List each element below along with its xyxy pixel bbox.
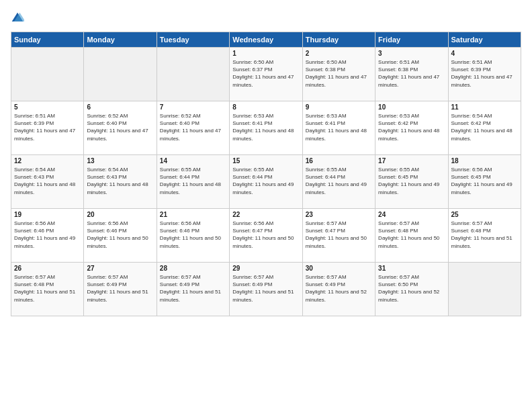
- calendar-cell: [84, 48, 157, 101]
- header-day: Saturday: [448, 32, 521, 48]
- day-number: 14: [160, 157, 226, 165]
- day-number: 22: [232, 211, 299, 218]
- calendar-week-row: 12Sunrise: 6:54 AMSunset: 6:43 PMDayligh…: [11, 155, 521, 209]
- calendar-cell: 26Sunrise: 6:57 AMSunset: 6:48 PMDayligh…: [11, 263, 84, 316]
- day-number: 30: [306, 265, 372, 272]
- cell-info: Sunrise: 6:53 AMSunset: 6:41 PMDaylight:…: [232, 112, 299, 142]
- calendar-week-row: 19Sunrise: 6:56 AMSunset: 6:46 PMDayligh…: [11, 209, 521, 263]
- calendar-cell: 14Sunrise: 6:55 AMSunset: 6:44 PMDayligh…: [157, 155, 229, 209]
- calendar-cell: 24Sunrise: 6:57 AMSunset: 6:48 PMDayligh…: [375, 209, 448, 263]
- day-number: 26: [14, 265, 81, 272]
- day-number: 10: [378, 103, 445, 111]
- calendar-cell: 23Sunrise: 6:57 AMSunset: 6:47 PMDayligh…: [302, 209, 375, 263]
- cell-info: Sunrise: 6:56 AMSunset: 6:46 PMDaylight:…: [14, 220, 81, 250]
- calendar-cell: 1Sunrise: 6:50 AMSunset: 6:37 PMDaylight…: [230, 48, 302, 101]
- day-number: 2: [306, 50, 372, 57]
- cell-info: Sunrise: 6:54 AMSunset: 6:42 PMDaylight:…: [451, 112, 518, 142]
- calendar-cell: 4Sunrise: 6:51 AMSunset: 6:39 PMDaylight…: [448, 48, 521, 101]
- cell-info: Sunrise: 6:53 AMSunset: 6:42 PMDaylight:…: [378, 112, 445, 142]
- cell-info: Sunrise: 6:56 AMSunset: 6:46 PMDaylight:…: [160, 220, 226, 250]
- calendar-cell: [157, 48, 229, 101]
- header: [11, 11, 521, 25]
- day-number: 7: [160, 103, 226, 111]
- calendar-cell: 11Sunrise: 6:54 AMSunset: 6:42 PMDayligh…: [448, 101, 521, 155]
- cell-info: Sunrise: 6:55 AMSunset: 6:44 PMDaylight:…: [306, 166, 372, 196]
- calendar-cell: 6Sunrise: 6:52 AMSunset: 6:40 PMDaylight…: [84, 101, 157, 155]
- cell-info: Sunrise: 6:57 AMSunset: 6:50 PMDaylight:…: [378, 273, 445, 304]
- calendar-body: 1Sunrise: 6:50 AMSunset: 6:37 PMDaylight…: [11, 48, 521, 316]
- day-number: 1: [232, 50, 299, 57]
- calendar-cell: [11, 48, 84, 101]
- cell-info: Sunrise: 6:57 AMSunset: 6:49 PMDaylight:…: [232, 273, 299, 304]
- calendar-cell: 31Sunrise: 6:57 AMSunset: 6:50 PMDayligh…: [375, 263, 448, 316]
- calendar-table: SundayMondayTuesdayWednesdayThursdayFrid…: [11, 32, 521, 316]
- day-number: 21: [160, 211, 226, 218]
- cell-info: Sunrise: 6:57 AMSunset: 6:48 PMDaylight:…: [14, 273, 81, 304]
- calendar-cell: 29Sunrise: 6:57 AMSunset: 6:49 PMDayligh…: [230, 263, 302, 316]
- header-row: SundayMondayTuesdayWednesdayThursdayFrid…: [11, 32, 521, 48]
- day-number: 3: [378, 50, 445, 57]
- header-day: Sunday: [11, 32, 84, 48]
- cell-info: Sunrise: 6:57 AMSunset: 6:49 PMDaylight:…: [87, 273, 153, 304]
- calendar-cell: 5Sunrise: 6:51 AMSunset: 6:39 PMDaylight…: [11, 101, 84, 155]
- day-number: 19: [14, 211, 81, 218]
- cell-info: Sunrise: 6:54 AMSunset: 6:43 PMDaylight:…: [87, 166, 153, 196]
- cell-info: Sunrise: 6:51 AMSunset: 6:38 PMDaylight:…: [378, 58, 445, 89]
- calendar-cell: 12Sunrise: 6:54 AMSunset: 6:43 PMDayligh…: [11, 155, 84, 209]
- day-number: 9: [306, 103, 372, 111]
- day-number: 5: [14, 103, 81, 111]
- calendar-cell: 8Sunrise: 6:53 AMSunset: 6:41 PMDaylight…: [230, 101, 302, 155]
- calendar-cell: 7Sunrise: 6:52 AMSunset: 6:40 PMDaylight…: [157, 101, 229, 155]
- cell-info: Sunrise: 6:55 AMSunset: 6:44 PMDaylight:…: [160, 166, 226, 196]
- header-day: Thursday: [302, 32, 375, 48]
- cell-info: Sunrise: 6:50 AMSunset: 6:37 PMDaylight:…: [232, 58, 299, 89]
- day-number: 13: [87, 157, 153, 165]
- day-number: 6: [87, 103, 153, 111]
- logo-icon: [11, 11, 24, 25]
- header-day: Wednesday: [230, 32, 302, 48]
- calendar-cell: 21Sunrise: 6:56 AMSunset: 6:46 PMDayligh…: [157, 209, 229, 263]
- day-number: 4: [451, 50, 518, 57]
- calendar-cell: [448, 263, 521, 316]
- calendar-cell: 18Sunrise: 6:56 AMSunset: 6:45 PMDayligh…: [448, 155, 521, 209]
- calendar-cell: 25Sunrise: 6:57 AMSunset: 6:48 PMDayligh…: [448, 209, 521, 263]
- calendar-cell: 15Sunrise: 6:55 AMSunset: 6:44 PMDayligh…: [230, 155, 302, 209]
- header-day: Monday: [84, 32, 157, 48]
- day-number: 15: [232, 157, 299, 165]
- day-number: 20: [87, 211, 153, 218]
- calendar-cell: 2Sunrise: 6:50 AMSunset: 6:38 PMDaylight…: [302, 48, 375, 101]
- cell-info: Sunrise: 6:55 AMSunset: 6:44 PMDaylight:…: [232, 166, 299, 196]
- day-number: 17: [378, 157, 445, 165]
- day-number: 8: [232, 103, 299, 111]
- header-day: Tuesday: [157, 32, 229, 48]
- day-number: 25: [451, 211, 518, 218]
- cell-info: Sunrise: 6:53 AMSunset: 6:41 PMDaylight:…: [306, 112, 372, 142]
- calendar-page: SundayMondayTuesdayWednesdayThursdayFrid…: [0, 0, 532, 411]
- calendar-cell: 30Sunrise: 6:57 AMSunset: 6:49 PMDayligh…: [302, 263, 375, 316]
- logo: [11, 11, 27, 25]
- cell-info: Sunrise: 6:52 AMSunset: 6:40 PMDaylight:…: [87, 112, 153, 142]
- calendar-cell: 19Sunrise: 6:56 AMSunset: 6:46 PMDayligh…: [11, 209, 84, 263]
- day-number: 23: [306, 211, 372, 218]
- calendar-week-row: 26Sunrise: 6:57 AMSunset: 6:48 PMDayligh…: [11, 263, 521, 316]
- calendar-cell: 22Sunrise: 6:56 AMSunset: 6:47 PMDayligh…: [230, 209, 302, 263]
- cell-info: Sunrise: 6:57 AMSunset: 6:47 PMDaylight:…: [306, 220, 372, 250]
- calendar-cell: 9Sunrise: 6:53 AMSunset: 6:41 PMDaylight…: [302, 101, 375, 155]
- calendar-cell: 10Sunrise: 6:53 AMSunset: 6:42 PMDayligh…: [375, 101, 448, 155]
- calendar-cell: 3Sunrise: 6:51 AMSunset: 6:38 PMDaylight…: [375, 48, 448, 101]
- cell-info: Sunrise: 6:57 AMSunset: 6:49 PMDaylight:…: [306, 273, 372, 304]
- calendar-week-row: 5Sunrise: 6:51 AMSunset: 6:39 PMDaylight…: [11, 101, 521, 155]
- cell-info: Sunrise: 6:56 AMSunset: 6:45 PMDaylight:…: [451, 166, 518, 196]
- day-number: 28: [160, 265, 226, 272]
- calendar-cell: 20Sunrise: 6:56 AMSunset: 6:46 PMDayligh…: [84, 209, 157, 263]
- day-number: 16: [306, 157, 372, 165]
- cell-info: Sunrise: 6:56 AMSunset: 6:47 PMDaylight:…: [232, 220, 299, 250]
- calendar-cell: 16Sunrise: 6:55 AMSunset: 6:44 PMDayligh…: [302, 155, 375, 209]
- cell-info: Sunrise: 6:57 AMSunset: 6:48 PMDaylight:…: [378, 220, 445, 250]
- cell-info: Sunrise: 6:57 AMSunset: 6:49 PMDaylight:…: [160, 273, 226, 304]
- day-number: 27: [87, 265, 153, 272]
- header-day: Friday: [375, 32, 448, 48]
- day-number: 12: [14, 157, 81, 165]
- cell-info: Sunrise: 6:56 AMSunset: 6:46 PMDaylight:…: [87, 220, 153, 250]
- calendar-cell: 13Sunrise: 6:54 AMSunset: 6:43 PMDayligh…: [84, 155, 157, 209]
